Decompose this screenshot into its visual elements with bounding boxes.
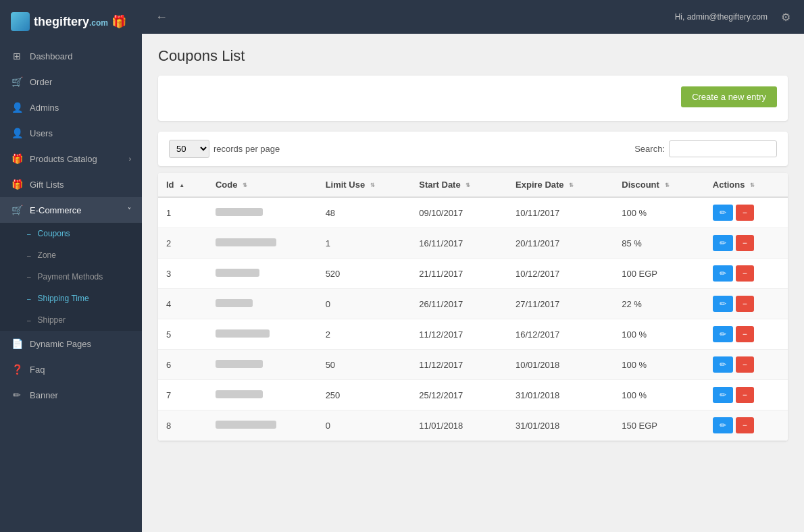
sidebar-item-gift-lists[interactable]: 🎁 Gift Lists <box>0 171 142 197</box>
cell-limit-use: 0 <box>318 410 411 441</box>
cell-actions: ✏ − <box>705 259 788 289</box>
brand-name: thegiftery.com 🎁 <box>34 14 126 29</box>
col-actions[interactable]: Actions ⇅ <box>705 173 788 197</box>
action-buttons: ✏ − <box>713 235 780 251</box>
create-card: Create a new entry <box>158 76 788 121</box>
records-per-page-control: 50 25 100 records per page <box>169 140 280 158</box>
edit-button[interactable]: ✏ <box>713 265 733 282</box>
cell-actions: ✏ − <box>705 350 788 380</box>
cell-code <box>207 228 318 259</box>
coupons-label: Coupons <box>38 229 70 238</box>
topbar: ← Hi, admin@thegiftery.com ⚙ <box>142 0 804 34</box>
sidebar-subitem-shipping-time[interactable]: Shipping Time <box>0 288 142 309</box>
delete-button[interactable]: − <box>736 417 754 433</box>
cell-start-date: 25/12/2017 <box>411 380 507 410</box>
col-code[interactable]: Code ⇅ <box>207 173 318 197</box>
sidebar-item-dynamic-pages[interactable]: 📄 Dynamic Pages <box>0 331 142 356</box>
cell-discount: 100 EGP <box>613 259 705 289</box>
delete-button[interactable]: − <box>736 265 754 282</box>
edit-button[interactable]: ✏ <box>713 387 733 403</box>
table-row: 2 1 16/11/2017 20/11/2017 85 % ✏ − <box>158 228 788 259</box>
edit-button[interactable]: ✏ <box>713 417 733 433</box>
delete-button[interactable]: − <box>736 387 754 403</box>
col-start-date[interactable]: Start Date ⇅ <box>411 173 507 197</box>
cell-expire-date: 10/12/2017 <box>507 259 613 289</box>
coupons-table: Id ▲ Code ⇅ Limit Use ⇅ Start Date ⇅ Exp <box>158 173 788 441</box>
sidebar-subitem-shipper[interactable]: Shipper <box>0 309 142 331</box>
delete-button[interactable]: − <box>736 326 754 342</box>
col-discount[interactable]: Discount ⇅ <box>613 173 705 197</box>
sidebar-item-dashboard[interactable]: ⊞ Dashboard <box>0 43 142 69</box>
edit-button[interactable]: ✏ <box>713 235 733 251</box>
sidebar-item-order[interactable]: 🛒 Order <box>0 69 142 95</box>
cell-actions: ✏ − <box>705 289 788 319</box>
sidebar-item-users[interactable]: 👤 Users <box>0 120 142 146</box>
edit-button[interactable]: ✏ <box>713 356 733 373</box>
cell-expire-date: 20/11/2017 <box>507 228 613 259</box>
cell-code <box>207 319 318 350</box>
sidebar-item-label: E-Commerce <box>30 205 121 215</box>
delete-button[interactable]: − <box>736 205 754 221</box>
sidebar-item-label: Gift Lists <box>30 180 131 190</box>
sidebar-item-faq[interactable]: ❓ Faq <box>0 356 142 382</box>
search-area: Search: <box>634 140 777 157</box>
cell-expire-date: 27/11/2017 <box>507 289 613 319</box>
delete-button[interactable]: − <box>736 235 754 251</box>
sidebar-item-products-catalog[interactable]: 🎁 Products Catalog › <box>0 146 142 171</box>
sidebar-item-ecommerce[interactable]: 🛒 E-Commerce ˅ <box>0 197 142 223</box>
topbar-user: Hi, admin@thegiftery.com <box>675 12 768 22</box>
cell-id: 4 <box>158 289 207 319</box>
action-buttons: ✏ − <box>713 417 780 433</box>
sidebar-item-admins[interactable]: 👤 Admins <box>0 95 142 120</box>
create-entry-button[interactable]: Create a new entry <box>681 86 777 107</box>
table-row: 7 250 25/12/2017 31/01/2018 100 % ✏ − <box>158 380 788 410</box>
col-id[interactable]: Id ▲ <box>158 173 207 197</box>
sidebar-subitem-coupons[interactable]: Coupons <box>0 223 142 244</box>
blurred-code <box>216 360 263 368</box>
cell-start-date: 21/11/2017 <box>411 259 507 289</box>
cell-actions: ✏ − <box>705 380 788 410</box>
gear-icon[interactable]: ⚙ <box>781 11 790 24</box>
edit-button[interactable]: ✏ <box>713 326 733 342</box>
card-header: Create a new entry <box>169 86 777 107</box>
sidebar-subitem-payment-methods[interactable]: Payment Methods <box>0 266 142 288</box>
content-area: Coupons List Create a new entry 50 25 10… <box>142 34 804 532</box>
brand-suffix: .com <box>89 18 108 28</box>
cell-id: 8 <box>158 410 207 441</box>
blurred-code <box>216 299 253 307</box>
shipper-label: Shipper <box>38 315 66 325</box>
records-per-page-label: records per page <box>213 144 280 154</box>
search-input[interactable] <box>669 140 777 157</box>
records-per-page-select[interactable]: 50 25 100 <box>169 140 209 158</box>
cell-actions: ✏ − <box>705 319 788 350</box>
edit-button[interactable]: ✏ <box>713 296 733 312</box>
chevron-down-icon: ˅ <box>128 207 131 214</box>
cell-id: 6 <box>158 350 207 380</box>
delete-button[interactable]: − <box>736 356 754 373</box>
table-row: 8 0 11/01/2018 31/01/2018 150 EGP ✏ − <box>158 410 788 441</box>
col-limit-use[interactable]: Limit Use ⇅ <box>318 173 411 197</box>
back-button[interactable]: ← <box>155 10 168 24</box>
cell-actions: ✏ − <box>705 228 788 259</box>
col-expire-date[interactable]: Expire Date ⇅ <box>507 173 613 197</box>
sidebar-item-label: Dashboard <box>30 51 131 61</box>
action-buttons: ✏ − <box>713 265 780 282</box>
sidebar-item-banner[interactable]: ✏ Banner <box>0 382 142 408</box>
cell-code <box>207 197 318 228</box>
blurred-code <box>216 238 276 246</box>
edit-button[interactable]: ✏ <box>713 205 733 221</box>
cell-expire-date: 31/01/2018 <box>507 410 613 441</box>
cell-start-date: 11/12/2017 <box>411 350 507 380</box>
cell-start-date: 16/11/2017 <box>411 228 507 259</box>
delete-button[interactable]: − <box>736 296 754 312</box>
cell-discount: 22 % <box>613 289 705 319</box>
cell-start-date: 11/01/2018 <box>411 410 507 441</box>
table-header-row: Id ▲ Code ⇅ Limit Use ⇅ Start Date ⇅ Exp <box>158 173 788 197</box>
blurred-code <box>216 421 276 429</box>
cell-actions: ✏ − <box>705 197 788 228</box>
table-row: 6 50 11/12/2017 10/01/2018 100 % ✏ − <box>158 350 788 380</box>
chevron-right-icon: › <box>129 155 131 163</box>
cell-id: 2 <box>158 228 207 259</box>
cell-discount: 100 % <box>613 319 705 350</box>
sidebar-subitem-zone[interactable]: Zone <box>0 244 142 266</box>
